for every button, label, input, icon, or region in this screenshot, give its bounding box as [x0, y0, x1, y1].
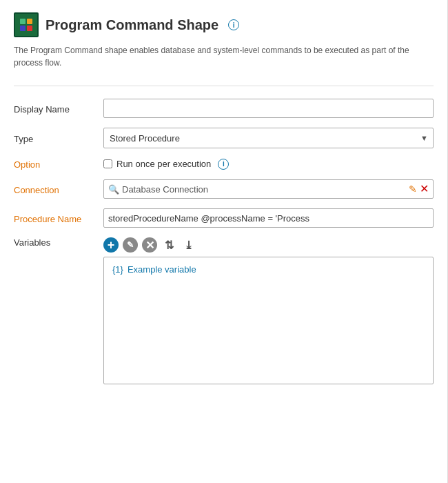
variable-brace: {1}	[112, 264, 123, 275]
header-info-icon[interactable]: i	[228, 19, 239, 30]
edit-variable-button[interactable]: ✎	[123, 237, 138, 253]
page-description: The Program Command shape enables databa…	[14, 44, 420, 69]
procedure-name-input[interactable]	[103, 208, 434, 228]
display-name-row: Display Name	[14, 99, 434, 118]
run-once-label: Run once per execution	[116, 159, 211, 169]
type-select-container: Stored Procedure OS Command Webservice ▼	[103, 128, 434, 148]
procedure-name-row: Procedure Name	[14, 208, 434, 228]
svg-rect-2	[27, 19, 32, 24]
option-checkbox-row: Run once per execution i	[103, 159, 434, 170]
display-name-label: Display Name	[14, 103, 103, 115]
search-icon: 🔍	[108, 184, 119, 195]
add-variable-button[interactable]: +	[103, 237, 119, 253]
variables-toolbar: + ✎ ✕ ⇅ ⤓	[103, 237, 434, 253]
option-control: Run once per execution i	[103, 159, 434, 170]
type-row: Type Stored Procedure OS Command Webserv…	[14, 128, 434, 148]
list-item: {1} Example variable	[112, 264, 425, 275]
type-select[interactable]: Stored Procedure OS Command Webservice	[103, 128, 434, 148]
move-up-button[interactable]: ⇅	[161, 237, 176, 253]
procedure-name-label: Procedure Name	[14, 213, 103, 224]
divider	[14, 86, 434, 86]
run-once-checkbox[interactable]	[103, 159, 112, 168]
clear-connection-icon[interactable]: ✕	[420, 184, 429, 195]
page-header: Program Command Shape i	[14, 12, 434, 37]
connection-input-wrapper[interactable]: 🔍 Database Connection ✎ ✕	[103, 179, 434, 199]
move-down-button[interactable]: ⤓	[181, 237, 196, 253]
connection-value: Database Connection	[122, 184, 406, 195]
remove-icon: ✕	[145, 239, 154, 252]
variables-row: Variables + ✎ ✕ ⇅ ⤓ {	[14, 237, 434, 384]
option-info-icon[interactable]: i	[218, 159, 229, 170]
type-select-wrapper: Stored Procedure OS Command Webservice ▼	[103, 128, 434, 148]
display-name-input[interactable]	[103, 99, 434, 118]
app-icon	[14, 12, 39, 37]
variables-label: Variables	[14, 237, 103, 248]
procedure-name-field-wrapper	[103, 208, 434, 228]
connection-row: Connection 🔍 Database Connection ✎ ✕	[14, 179, 434, 199]
connection-field-wrapper: 🔍 Database Connection ✎ ✕	[103, 179, 434, 199]
sort-icon: ⇅	[165, 239, 174, 252]
download-icon: ⤓	[184, 239, 193, 252]
pencil-icon: ✎	[127, 240, 134, 250]
option-row: Option Run once per execution i	[14, 158, 434, 170]
type-label: Type	[14, 132, 103, 144]
svg-rect-1	[20, 19, 26, 24]
page-title: Program Command Shape	[45, 17, 218, 33]
display-name-field-wrapper	[103, 99, 434, 118]
option-label: Option	[14, 158, 103, 170]
variables-list: {1} Example variable	[103, 257, 434, 384]
variables-control: + ✎ ✕ ⇅ ⤓ {1} Example variable	[103, 237, 434, 384]
variable-name: Example variable	[128, 264, 196, 275]
edit-pencil-icon[interactable]: ✎	[409, 184, 417, 195]
remove-variable-button[interactable]: ✕	[142, 237, 157, 253]
connection-label: Connection	[14, 184, 103, 195]
svg-rect-4	[27, 26, 32, 31]
svg-rect-3	[20, 26, 26, 31]
